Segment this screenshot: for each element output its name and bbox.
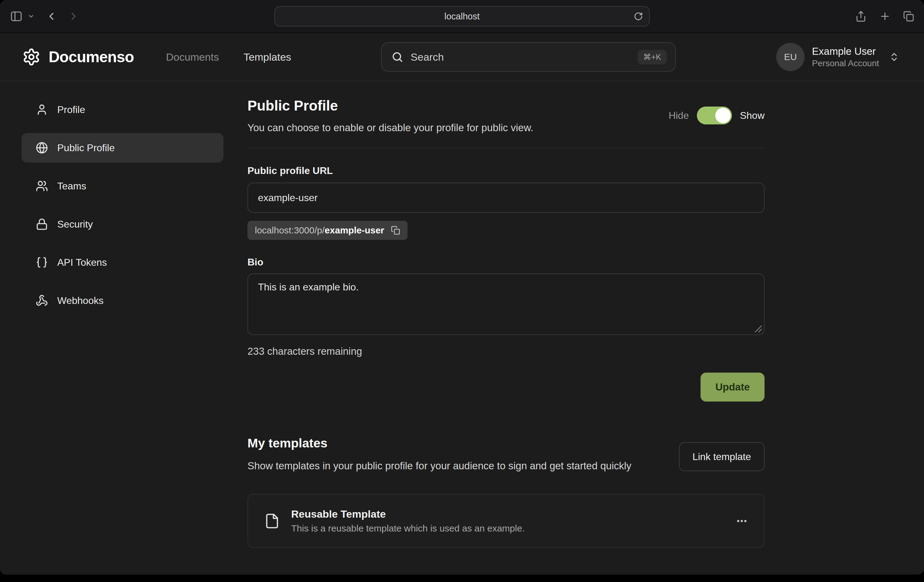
user-name: Example User — [812, 46, 879, 57]
template-description: This is a reusable template which is use… — [291, 523, 525, 534]
browser-window: localhost Documenso Documents — [0, 0, 924, 575]
profile-url-preview[interactable]: localhost:3000/p/example-user — [248, 221, 408, 240]
documenso-logo-icon — [22, 48, 41, 66]
webhook-icon — [36, 294, 48, 307]
avatar: EU — [776, 43, 805, 71]
sidebar-item-label: Webhooks — [57, 295, 104, 306]
brand[interactable]: Documenso — [22, 48, 134, 66]
sidebar-item-label: Public Profile — [57, 142, 115, 154]
tab-overview-chevron-icon[interactable] — [28, 13, 35, 20]
copy-icon[interactable] — [391, 226, 400, 235]
new-tab-icon[interactable] — [879, 10, 891, 22]
sidebar-item-public-profile[interactable]: Public Profile — [21, 133, 223, 163]
page-title: Public Profile — [248, 97, 533, 114]
page-description: You can choose to enable or disable your… — [248, 122, 533, 134]
sidebar-item-label: API Tokens — [57, 257, 107, 268]
section-divider — [248, 148, 764, 149]
file-icon — [264, 513, 280, 529]
stage: localhost Documenso Documents — [0, 0, 924, 582]
sidebar-item-api-tokens[interactable]: API Tokens — [21, 248, 223, 277]
templates-title: My templates — [248, 436, 631, 450]
resize-handle[interactable] — [755, 325, 762, 332]
template-card: Reusable Template This is a reusable tem… — [248, 494, 764, 548]
user-meta: Example User Personal Account — [812, 46, 879, 68]
sidebar-item-webhooks[interactable]: Webhooks — [21, 286, 223, 315]
sidebar-item-profile[interactable]: Profile — [21, 95, 223, 124]
toggle-knob — [715, 108, 731, 123]
search-box[interactable]: ⌘+K — [381, 42, 676, 72]
address-bar[interactable]: localhost — [274, 6, 650, 26]
update-button[interactable]: Update — [701, 373, 764, 402]
my-templates-section: My templates Show templates in your publ… — [248, 436, 764, 548]
browser-toolbar: localhost — [0, 0, 924, 33]
reload-icon[interactable] — [634, 12, 643, 21]
sidebar-toggle-icon[interactable] — [10, 10, 23, 23]
search-icon — [391, 51, 403, 63]
profile-url-preview-text: localhost:3000/p/example-user — [255, 225, 384, 236]
user-menu[interactable]: EU Example User Personal Account — [776, 43, 899, 71]
users-icon — [36, 180, 48, 192]
braces-icon — [36, 256, 48, 268]
user-icon — [36, 104, 48, 116]
main-content: Public Profile You can choose to enable … — [248, 81, 764, 575]
main-nav: Documents Templates — [166, 51, 291, 63]
app-header: Documenso Documents Templates ⌘+K EU Exa… — [0, 33, 924, 81]
sidebar-item-label: Security — [57, 219, 93, 230]
search-input[interactable] — [411, 51, 630, 63]
template-menu-icon[interactable] — [736, 515, 748, 527]
sidebar-item-label: Teams — [57, 180, 86, 192]
settings-nav: Profile Public Profile Teams — [21, 95, 223, 315]
user-account-type: Personal Account — [812, 58, 879, 68]
template-name: Reusable Template — [291, 508, 525, 520]
sidebar-item-teams[interactable]: Teams — [21, 171, 223, 201]
visibility-toggle-group: Hide Show — [668, 107, 764, 124]
toggle-show-label: Show — [740, 110, 764, 121]
profile-visibility-toggle[interactable] — [697, 107, 732, 124]
template-meta: Reusable Template This is a reusable tem… — [291, 508, 525, 534]
toolbar-left-group — [0, 10, 79, 23]
settings-sidebar: Profile Public Profile Teams — [0, 81, 248, 575]
profile-url-label: Public profile URL — [248, 165, 764, 177]
brand-name: Documenso — [49, 48, 134, 66]
bio-label: Bio — [248, 256, 764, 268]
link-template-button[interactable]: Link template — [679, 442, 764, 471]
templates-description: Show templates in your public profile fo… — [248, 458, 631, 474]
tabs-overview-icon[interactable] — [903, 11, 914, 22]
forward-icon[interactable] — [68, 10, 79, 22]
lock-icon — [36, 218, 48, 230]
chevrons-up-down-icon — [889, 52, 899, 62]
share-icon[interactable] — [855, 10, 867, 22]
nav-documents[interactable]: Documents — [166, 51, 219, 63]
toolbar-right-group — [855, 10, 914, 22]
bio-textarea[interactable]: This is an example bio. — [248, 273, 764, 335]
toggle-hide-label: Hide — [668, 110, 689, 121]
characters-remaining: 233 characters remaining — [248, 346, 764, 357]
globe-icon — [36, 142, 48, 154]
profile-url-input[interactable] — [248, 183, 764, 213]
nav-templates[interactable]: Templates — [243, 51, 291, 63]
back-icon[interactable] — [46, 10, 57, 22]
search-shortcut-badge: ⌘+K — [638, 50, 667, 64]
sidebar-item-security[interactable]: Security — [21, 209, 223, 239]
address-url: localhost — [444, 12, 480, 21]
sidebar-item-label: Profile — [57, 104, 85, 116]
